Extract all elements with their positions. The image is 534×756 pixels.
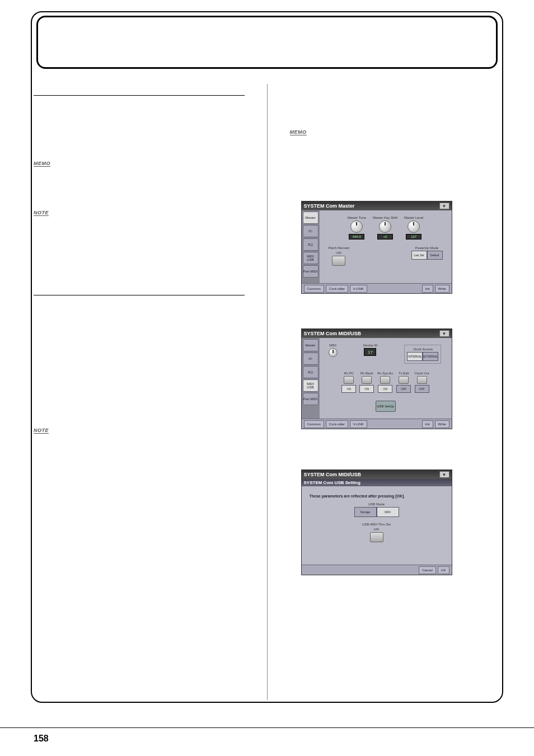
sidebar-tab-part-midi[interactable]: Part MIDI (303, 265, 318, 278)
controller-button[interactable]: Cont-roller (326, 285, 348, 293)
window-main-area: MIDI Device ID 17 Clock Source INTERNAL … (320, 338, 452, 419)
clock-source-group: Clock Source INTERNAL EXTERNAL (404, 345, 441, 364)
init-button[interactable]: Init (422, 285, 433, 293)
rx-bank-control[interactable]: Rx Bank ON (359, 372, 374, 393)
window-main-area: These parameters are reflected after pre… (302, 486, 452, 565)
rx-sysex-control[interactable]: Rx Sys-Ex ON (377, 372, 393, 393)
control-label: MIDI (329, 344, 336, 347)
knob-icon[interactable] (407, 220, 420, 233)
clock-out-control[interactable]: Clock Out OFF (414, 372, 429, 393)
toggle-switch[interactable] (344, 376, 354, 384)
sidebar-tab-midi-usb[interactable]: MIDI USB (303, 252, 318, 264)
screenshot-system-com-usb-setting: SYSTEM Com MIDI/USB ▼ SYSTEM Com USB Set… (301, 469, 452, 575)
sidebar-tab-midi-usb[interactable]: MIDI USB (303, 379, 318, 392)
patch-remain-control[interactable]: Patch Remain OFF (329, 246, 350, 266)
vlink-button[interactable]: V-LINK (350, 420, 367, 428)
powerup-default-button[interactable]: Default (427, 251, 443, 260)
value-display: ON (378, 385, 392, 393)
control-label: Patch Remain (329, 246, 350, 250)
master-tune-control[interactable]: Master Tune 440.0 (348, 216, 366, 240)
window-titlebar: SYSTEM Com Master ▼ (302, 201, 452, 210)
window-bottombar: Common Cont-roller V-LINK Init Write (302, 283, 452, 293)
control-label: PowerUp Mode (415, 246, 438, 250)
control-label: Clock Out (414, 372, 429, 375)
dropdown-icon[interactable]: ▼ (439, 330, 449, 337)
sidebar-tab-io[interactable]: IO (303, 353, 318, 365)
window-title: SYSTEM Com MIDI/USB (304, 472, 362, 477)
window-titlebar: SYSTEM Com MIDI/USB ▼ (302, 329, 452, 338)
page-number: 158 (34, 734, 49, 744)
page-footer: 158 (0, 727, 534, 734)
cancel-button[interactable]: Cancel (419, 566, 436, 574)
sidebar-tab-eq[interactable]: EQ (303, 366, 318, 378)
rx-pc-control[interactable]: Rx PC ON (341, 372, 356, 393)
control-label: Master Tune (348, 216, 366, 219)
value-display: +0 (377, 234, 393, 240)
value-display: ON (359, 385, 374, 393)
ok-button[interactable]: OK (438, 566, 449, 574)
window-subtitle: SYSTEM Com USB Setting (302, 479, 452, 486)
control-label: Rx Bank (360, 372, 373, 375)
common-button[interactable]: Common (304, 285, 324, 293)
memo-icon: MEMO (290, 129, 307, 135)
sidebar-tab-io[interactable]: IO (303, 225, 318, 237)
tx-edit-control[interactable]: Tx Edit OFF (396, 372, 411, 393)
controller-button[interactable]: Cont-roller (326, 420, 348, 428)
toggle-switch[interactable] (399, 376, 409, 384)
init-button[interactable]: Init (422, 420, 433, 428)
write-button[interactable]: Write (435, 420, 449, 428)
dropdown-icon[interactable]: ▼ (439, 203, 449, 209)
page-title-frame (36, 16, 498, 69)
value-display: 127 (406, 234, 421, 240)
powerup-mode-control[interactable]: PowerUp Mode Last Set Default (411, 246, 443, 266)
toggle-switch[interactable] (370, 532, 383, 542)
common-button[interactable]: Common (304, 420, 324, 428)
value-display: 440.0 (349, 234, 364, 240)
window-sidebar: Master IO EQ MIDI USB Part MIDI (302, 338, 320, 419)
master-level-control[interactable]: Master Level 127 (404, 216, 423, 240)
clock-external-button[interactable]: EXTERNAL (423, 352, 438, 361)
window-title: SYSTEM Com MIDI/USB (304, 331, 362, 336)
toggle-switch[interactable] (362, 376, 372, 384)
memo-icon: MEMO (34, 161, 50, 167)
midi-jack-icon (329, 348, 338, 357)
clock-internal-button[interactable]: INTERNAL (407, 352, 423, 361)
value-display: OFF (396, 385, 411, 393)
right-column: MEMO SYSTEM Com Master ▼ Master IO EQ MI… (290, 84, 501, 700)
sidebar-tab-master[interactable]: Master (303, 212, 318, 224)
window-main-area: Master Tune 440.0 Master Key Shift +0 Ma… (320, 210, 452, 283)
control-label: Rx PC (344, 372, 354, 375)
write-button[interactable]: Write (435, 285, 449, 293)
powerup-last-set-button[interactable]: Last Set (411, 251, 427, 260)
sidebar-tab-eq[interactable]: EQ (303, 238, 318, 251)
device-id-control[interactable]: Device ID 17 (363, 344, 377, 365)
value-display: ON (341, 385, 356, 393)
control-label: Tx Edit (399, 372, 409, 375)
section-divider (34, 95, 245, 96)
toggle-switch[interactable] (380, 376, 390, 384)
section-divider (34, 295, 245, 295)
master-key-shift-control[interactable]: Master Key Shift +0 (373, 216, 397, 240)
note-icon: NOTE (34, 428, 49, 434)
value-display: 17 (364, 348, 376, 356)
dropdown-icon[interactable]: ▼ (439, 471, 449, 478)
window-title: SYSTEM Com Master (304, 203, 355, 209)
control-label: USB Mode (368, 503, 385, 506)
usb-setup-button[interactable]: USB SetUp (376, 401, 396, 412)
control-label: Master Key Shift (373, 216, 397, 219)
toggle-switch[interactable] (332, 256, 345, 266)
knob-icon[interactable] (350, 220, 363, 233)
switch-value: OFF (374, 528, 380, 531)
left-column: MEMO NOTE NOTE (34, 84, 245, 700)
control-label: Rx Sys-Ex (377, 372, 393, 375)
window-sidebar: Master IO EQ MIDI USB Part MIDI (302, 210, 320, 283)
sidebar-tab-part-midi[interactable]: Part MIDI (303, 393, 318, 405)
vlink-button[interactable]: V-LINK (350, 285, 367, 293)
knob-icon[interactable] (379, 220, 391, 233)
sidebar-tab-master[interactable]: Master (303, 339, 318, 351)
toggle-switch[interactable] (417, 376, 427, 384)
usb-mode-midi-button[interactable]: MIDI (377, 507, 399, 517)
usb-mode-storage-button[interactable]: Storage (354, 507, 377, 517)
group-label: Clock Source (407, 348, 438, 351)
control-label: USB-MIDI Thru Sw (362, 523, 391, 526)
